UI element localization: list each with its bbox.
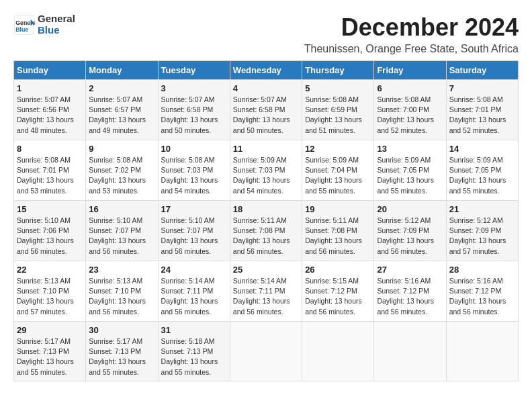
calendar-cell: 17Sunrise: 5:10 AM Sunset: 7:07 PM Dayli… (158, 201, 230, 261)
day-info: Sunrise: 5:07 AM Sunset: 6:58 PM Dayligh… (161, 95, 227, 136)
day-info: Sunrise: 5:07 AM Sunset: 6:58 PM Dayligh… (233, 95, 299, 136)
day-number: 15 (17, 204, 83, 214)
calendar-header-friday: Friday (374, 61, 446, 80)
day-info: Sunrise: 5:15 AM Sunset: 7:12 PM Dayligh… (305, 276, 371, 317)
day-number: 16 (89, 204, 154, 214)
calendar-cell: 14Sunrise: 5:09 AM Sunset: 7:05 PM Dayli… (446, 140, 518, 201)
day-number: 1 (17, 83, 83, 93)
calendar-cell: 12Sunrise: 5:09 AM Sunset: 7:04 PM Dayli… (302, 140, 374, 201)
day-info: Sunrise: 5:08 AM Sunset: 7:02 PM Dayligh… (89, 155, 154, 196)
day-number: 19 (305, 204, 371, 214)
calendar-cell: 9Sunrise: 5:08 AM Sunset: 7:02 PM Daylig… (86, 140, 158, 201)
calendar-cell: 4Sunrise: 5:07 AM Sunset: 6:58 PM Daylig… (230, 80, 302, 140)
calendar-cell: 31Sunrise: 5:18 AM Sunset: 7:13 PM Dayli… (158, 322, 230, 381)
calendar-cell: 24Sunrise: 5:14 AM Sunset: 7:11 PM Dayli… (158, 261, 230, 322)
calendar-header-sunday: Sunday (14, 61, 86, 80)
day-number: 7 (449, 83, 515, 93)
day-number: 28 (449, 265, 515, 275)
calendar-cell: 7Sunrise: 5:08 AM Sunset: 7:01 PM Daylig… (446, 80, 518, 140)
title-block: December 2024 Theunissen, Orange Free St… (304, 13, 519, 55)
calendar-cell: 10Sunrise: 5:08 AM Sunset: 7:03 PM Dayli… (158, 140, 230, 201)
day-info: Sunrise: 5:09 AM Sunset: 7:05 PM Dayligh… (449, 155, 515, 196)
day-number: 11 (233, 144, 299, 154)
day-info: Sunrise: 5:08 AM Sunset: 7:03 PM Dayligh… (161, 155, 227, 196)
day-number: 6 (377, 83, 443, 93)
day-number: 18 (233, 204, 299, 214)
day-info: Sunrise: 5:10 AM Sunset: 7:07 PM Dayligh… (89, 216, 154, 257)
day-number: 17 (161, 204, 227, 214)
day-info: Sunrise: 5:07 AM Sunset: 6:56 PM Dayligh… (17, 95, 83, 136)
calendar-cell: 15Sunrise: 5:10 AM Sunset: 7:06 PM Dayli… (14, 201, 86, 261)
calendar-cell (302, 322, 374, 381)
day-number: 4 (233, 83, 299, 93)
calendar-cell: 13Sunrise: 5:09 AM Sunset: 7:05 PM Dayli… (374, 140, 446, 201)
calendar-cell: 23Sunrise: 5:13 AM Sunset: 7:10 PM Dayli… (86, 261, 158, 322)
day-number: 26 (305, 265, 371, 275)
calendar-cell: 11Sunrise: 5:09 AM Sunset: 7:03 PM Dayli… (230, 140, 302, 201)
day-info: Sunrise: 5:16 AM Sunset: 7:12 PM Dayligh… (377, 276, 443, 317)
svg-text:Blue: Blue (15, 26, 28, 33)
calendar-header-tuesday: Tuesday (158, 61, 230, 80)
day-info: Sunrise: 5:07 AM Sunset: 6:57 PM Dayligh… (89, 95, 154, 136)
day-info: Sunrise: 5:18 AM Sunset: 7:13 PM Dayligh… (161, 336, 227, 377)
logo: General Blue General Blue (13, 13, 75, 36)
calendar-cell: 3Sunrise: 5:07 AM Sunset: 6:58 PM Daylig… (158, 80, 230, 140)
day-info: Sunrise: 5:11 AM Sunset: 7:08 PM Dayligh… (305, 216, 371, 257)
calendar-header-saturday: Saturday (446, 61, 518, 80)
day-info: Sunrise: 5:17 AM Sunset: 7:13 PM Dayligh… (89, 336, 154, 377)
day-info: Sunrise: 5:16 AM Sunset: 7:12 PM Dayligh… (449, 276, 515, 317)
day-number: 29 (17, 325, 83, 335)
calendar-cell: 28Sunrise: 5:16 AM Sunset: 7:12 PM Dayli… (446, 261, 518, 322)
calendar-cell: 6Sunrise: 5:08 AM Sunset: 7:00 PM Daylig… (374, 80, 446, 140)
logo-blue-text: Blue (38, 25, 75, 36)
day-info: Sunrise: 5:08 AM Sunset: 7:01 PM Dayligh… (449, 95, 515, 136)
day-number: 14 (449, 144, 515, 154)
calendar-cell: 5Sunrise: 5:08 AM Sunset: 6:59 PM Daylig… (302, 80, 374, 140)
main-title: December 2024 (304, 13, 519, 42)
day-number: 12 (305, 144, 371, 154)
day-info: Sunrise: 5:09 AM Sunset: 7:05 PM Dayligh… (377, 155, 443, 196)
day-number: 23 (89, 265, 154, 275)
calendar-table: SundayMondayTuesdayWednesdayThursdayFrid… (13, 60, 519, 381)
calendar-header-monday: Monday (86, 61, 158, 80)
day-info: Sunrise: 5:13 AM Sunset: 7:10 PM Dayligh… (89, 276, 154, 317)
day-info: Sunrise: 5:08 AM Sunset: 7:00 PM Dayligh… (377, 95, 443, 136)
day-number: 10 (161, 144, 227, 154)
calendar-cell: 27Sunrise: 5:16 AM Sunset: 7:12 PM Dayli… (374, 261, 446, 322)
calendar-cell: 18Sunrise: 5:11 AM Sunset: 7:08 PM Dayli… (230, 201, 302, 261)
day-number: 22 (17, 265, 83, 275)
day-info: Sunrise: 5:08 AM Sunset: 7:01 PM Dayligh… (17, 155, 83, 196)
day-number: 25 (233, 265, 299, 275)
day-info: Sunrise: 5:09 AM Sunset: 7:03 PM Dayligh… (233, 155, 299, 196)
day-info: Sunrise: 5:08 AM Sunset: 6:59 PM Dayligh… (305, 95, 371, 136)
day-number: 30 (89, 325, 154, 335)
calendar-cell: 20Sunrise: 5:12 AM Sunset: 7:09 PM Dayli… (374, 201, 446, 261)
day-info: Sunrise: 5:10 AM Sunset: 7:07 PM Dayligh… (161, 216, 227, 257)
day-info: Sunrise: 5:13 AM Sunset: 7:10 PM Dayligh… (17, 276, 83, 317)
day-number: 2 (89, 83, 154, 93)
day-number: 21 (449, 204, 515, 214)
calendar-cell (374, 322, 446, 381)
day-number: 8 (17, 144, 83, 154)
day-info: Sunrise: 5:12 AM Sunset: 7:09 PM Dayligh… (377, 216, 443, 257)
day-number: 9 (89, 144, 154, 154)
calendar-cell: 25Sunrise: 5:14 AM Sunset: 7:11 PM Dayli… (230, 261, 302, 322)
page-header: General Blue General Blue December 2024 … (13, 13, 519, 55)
logo-icon: General Blue (13, 14, 35, 36)
day-info: Sunrise: 5:10 AM Sunset: 7:06 PM Dayligh… (17, 216, 83, 257)
calendar-cell: 8Sunrise: 5:08 AM Sunset: 7:01 PM Daylig… (14, 140, 86, 201)
day-info: Sunrise: 5:11 AM Sunset: 7:08 PM Dayligh… (233, 216, 299, 257)
day-info: Sunrise: 5:09 AM Sunset: 7:04 PM Dayligh… (305, 155, 371, 196)
day-info: Sunrise: 5:14 AM Sunset: 7:11 PM Dayligh… (233, 276, 299, 317)
logo-general-text: General (38, 13, 75, 25)
day-number: 5 (305, 83, 371, 93)
day-number: 31 (161, 325, 227, 335)
calendar-cell (230, 322, 302, 381)
day-number: 13 (377, 144, 443, 154)
calendar-cell: 30Sunrise: 5:17 AM Sunset: 7:13 PM Dayli… (86, 322, 158, 381)
calendar-cell: 16Sunrise: 5:10 AM Sunset: 7:07 PM Dayli… (86, 201, 158, 261)
day-number: 27 (377, 265, 443, 275)
subtitle: Theunissen, Orange Free State, South Afr… (304, 43, 519, 55)
day-number: 3 (161, 83, 227, 93)
calendar-header-wednesday: Wednesday (230, 61, 302, 80)
